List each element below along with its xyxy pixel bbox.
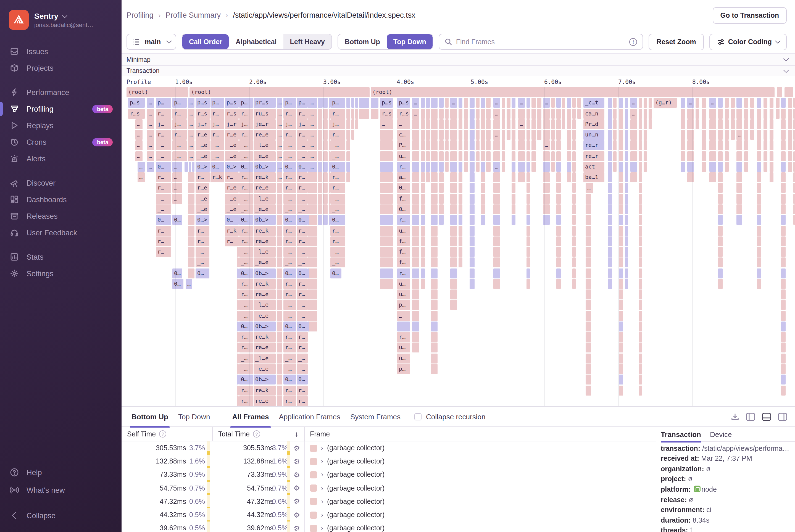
flame-frame[interactable] — [556, 215, 561, 225]
flame-frame[interactable]: … — [172, 183, 182, 193]
flame-frame[interactable] — [237, 364, 239, 374]
flame-frame[interactable] — [537, 109, 542, 118]
flame-frame[interactable] — [450, 119, 457, 129]
flame-frame[interactable] — [380, 279, 393, 289]
flame-frame[interactable]: f… — [397, 247, 410, 257]
flame-frame[interactable] — [493, 236, 500, 246]
flame-frame[interactable] — [426, 172, 430, 182]
flame-frame[interactable] — [608, 215, 612, 225]
flame-frame[interactable]: … — [309, 162, 317, 172]
flame-frame[interactable] — [718, 226, 723, 235]
flame-frame[interactable] — [309, 311, 317, 321]
flame-frame[interactable]: _…e — [195, 140, 209, 151]
flame-frame[interactable]: _… — [283, 204, 296, 214]
flame-frame[interactable] — [277, 354, 282, 363]
flame-frame[interactable] — [613, 109, 617, 118]
flame-frame[interactable] — [481, 194, 485, 204]
flame-frame[interactable] — [625, 194, 628, 204]
flame-frame[interactable] — [781, 279, 785, 289]
flame-frame[interactable] — [486, 140, 491, 151]
flame-frame[interactable] — [352, 109, 354, 118]
flame-frame[interactable] — [763, 130, 768, 140]
flame-frame[interactable] — [725, 109, 729, 118]
flame-frame[interactable] — [323, 119, 328, 129]
flame-frame[interactable] — [431, 162, 438, 172]
flame-frame[interactable]: _… — [195, 247, 209, 257]
flame-frame[interactable] — [639, 119, 642, 129]
flame-frame[interactable] — [324, 98, 328, 108]
flame-frame[interactable] — [481, 98, 485, 108]
flame-frame[interactable] — [718, 130, 723, 140]
flame-frame[interactable]: r… — [156, 130, 171, 140]
flame-frame[interactable] — [586, 247, 591, 257]
flame-frame[interactable] — [309, 172, 317, 182]
flame-frame[interactable] — [781, 385, 785, 395]
flame-frame[interactable] — [639, 183, 642, 193]
flame-frame[interactable] — [572, 279, 576, 289]
flame-frame[interactable]: _… — [297, 140, 308, 151]
flame-frame[interactable] — [644, 140, 647, 151]
flame-frame[interactable] — [323, 183, 328, 193]
flame-frame[interactable] — [380, 204, 393, 214]
flame-frame[interactable]: 0… — [172, 268, 182, 278]
flame-frame[interactable] — [426, 140, 430, 151]
flame-frame[interactable] — [639, 375, 642, 385]
flame-frame[interactable]: … — [309, 98, 317, 108]
flame-frame[interactable] — [439, 194, 443, 204]
flame-frame[interactable]: r… — [210, 109, 224, 118]
flame-frame[interactable] — [649, 119, 652, 129]
flame-frame[interactable] — [744, 130, 748, 140]
flame-frame[interactable]: … — [147, 109, 154, 118]
flame-frame[interactable] — [421, 279, 425, 289]
flame-frame[interactable]: r… — [195, 236, 209, 246]
flame-frame[interactable] — [501, 140, 505, 151]
flame-frame[interactable] — [237, 332, 239, 342]
flame-frame[interactable] — [625, 172, 628, 182]
flame-frame[interactable]: _… — [283, 354, 296, 363]
flame-frame[interactable] — [793, 162, 795, 172]
flame-frame[interactable] — [784, 87, 793, 97]
flame-frame[interactable]: re…k — [253, 226, 276, 235]
flame-frame[interactable]: 0… — [210, 162, 224, 172]
flame-frame[interactable] — [586, 226, 591, 235]
flame-frame[interactable] — [543, 130, 550, 140]
frame-cell[interactable]: ›(garbage collector) — [304, 508, 656, 521]
flame-frame[interactable] — [493, 172, 500, 182]
flame-frame[interactable] — [412, 332, 419, 342]
flame-frame[interactable] — [763, 151, 768, 161]
flame-frame[interactable] — [188, 183, 194, 193]
flame-frame[interactable]: p…s — [225, 98, 238, 108]
flame-frame[interactable]: re…k — [253, 385, 276, 395]
flame-frame[interactable] — [412, 258, 419, 268]
flame-frame[interactable] — [625, 215, 628, 225]
flame-frame[interactable] — [709, 140, 716, 151]
flame-frame[interactable] — [352, 119, 354, 129]
flame-frame[interactable] — [450, 151, 457, 161]
flame-frame[interactable]: _l…e — [253, 247, 276, 257]
flame-frame[interactable] — [608, 247, 612, 257]
flame-frame[interactable] — [757, 247, 761, 257]
sidebar-item-settings[interactable]: Settings — [0, 265, 121, 282]
flame-frame[interactable]: re…r — [583, 151, 604, 161]
flame-frame[interactable]: re…e — [253, 130, 276, 140]
flame-frame[interactable]: p… — [239, 98, 252, 108]
flame-frame[interactable] — [486, 130, 491, 140]
flame-frame[interactable] — [619, 236, 623, 246]
flame-frame[interactable] — [493, 119, 500, 129]
flame-frame[interactable] — [450, 172, 457, 182]
flame-frame[interactable] — [188, 194, 194, 204]
flame-frame[interactable] — [543, 183, 550, 193]
dock-right-icon[interactable] — [778, 412, 787, 421]
flame-frame[interactable] — [681, 151, 685, 161]
flame-frame[interactable] — [431, 109, 438, 118]
flame-frame[interactable] — [793, 172, 795, 182]
flame-frame[interactable]: _e…e — [253, 258, 276, 268]
flame-frame[interactable] — [512, 172, 515, 182]
flame-frame[interactable] — [781, 119, 785, 129]
flame-frame[interactable] — [736, 98, 742, 108]
flame-frame[interactable] — [639, 98, 642, 108]
flame-frame[interactable] — [380, 215, 393, 225]
flame-frame[interactable] — [531, 130, 536, 140]
flame-frame[interactable]: j… — [239, 119, 252, 129]
flame-frame[interactable] — [572, 226, 576, 235]
